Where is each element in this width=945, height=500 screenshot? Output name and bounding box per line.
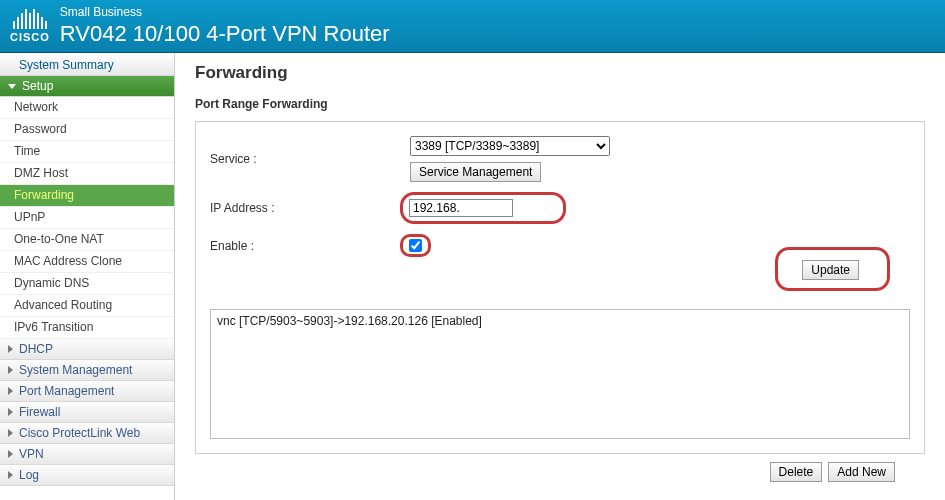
sidebar-item-dhcp[interactable]: DHCP: [0, 339, 174, 360]
sidebar-sub-one-to-one-nat[interactable]: One-to-One NAT: [0, 229, 174, 251]
service-select[interactable]: 3389 [TCP/3389~3389]: [410, 136, 610, 156]
service-row: Service : 3389 [TCP/3389~3389] Service M…: [210, 136, 910, 182]
ip-address-input[interactable]: [409, 199, 513, 217]
sidebar-sub-network[interactable]: Network: [0, 97, 174, 119]
sidebar-item-setup[interactable]: Setup: [0, 76, 174, 97]
chevron-right-icon: [8, 366, 13, 374]
sidebar: System Summary Setup Network Password Ti…: [0, 53, 175, 500]
model-title: RV042 10/100 4-Port VPN Router: [60, 21, 390, 47]
sidebar-item-log[interactable]: Log: [0, 465, 174, 486]
ip-highlight-box: [400, 192, 566, 224]
sidebar-item-cisco-protectlink-web[interactable]: Cisco ProtectLink Web: [0, 423, 174, 444]
sidebar-sub-ipv6-transition[interactable]: IPv6 Transition: [0, 317, 174, 339]
sidebar-sub-mac-address-clone[interactable]: MAC Address Clone: [0, 251, 174, 273]
sidebar-sub-advanced-routing[interactable]: Advanced Routing: [0, 295, 174, 317]
enable-checkbox[interactable]: [409, 239, 422, 252]
header-titles: Small Business RV042 10/100 4-Port VPN R…: [60, 5, 390, 47]
cisco-logo: CISCO: [10, 9, 50, 43]
sidebar-sub-upnp[interactable]: UPnP: [0, 207, 174, 229]
update-highlight-box: Update: [775, 247, 890, 291]
delete-button[interactable]: Delete: [770, 462, 823, 482]
content-area: Forwarding Port Range Forwarding Service…: [175, 53, 945, 500]
chevron-right-icon: [8, 471, 13, 479]
sidebar-item-label: Setup: [22, 79, 53, 93]
enable-label: Enable :: [210, 239, 410, 253]
header: CISCO Small Business RV042 10/100 4-Port…: [0, 0, 945, 53]
sidebar-item-label: DHCP: [19, 342, 53, 356]
sidebar-item-label: VPN: [19, 447, 44, 461]
sidebar-sub-dynamic-dns[interactable]: Dynamic DNS: [0, 273, 174, 295]
sidebar-item-vpn[interactable]: VPN: [0, 444, 174, 465]
page-title: Forwarding: [195, 63, 925, 83]
sidebar-sub-dmz-host[interactable]: DMZ Host: [0, 163, 174, 185]
sidebar-item-label: System Summary: [19, 58, 114, 72]
bottom-actions: Delete Add New: [195, 462, 925, 482]
forwarding-list[interactable]: vnc [TCP/5903~5903]->192.168.20.126 [Ena…: [210, 309, 910, 439]
chevron-right-icon: [8, 387, 13, 395]
sidebar-sub-time[interactable]: Time: [0, 141, 174, 163]
chevron-right-icon: [8, 450, 13, 458]
chevron-right-icon: [8, 345, 13, 353]
sidebar-item-label: Port Management: [19, 384, 114, 398]
service-label: Service :: [210, 152, 410, 166]
sidebar-item-label: Log: [19, 468, 39, 482]
sidebar-sub-password[interactable]: Password: [0, 119, 174, 141]
sidebar-sub-forwarding[interactable]: Forwarding: [0, 185, 174, 207]
sidebar-item-label: Cisco ProtectLink Web: [19, 426, 140, 440]
section-title: Port Range Forwarding: [195, 97, 925, 111]
sidebar-item-system-management[interactable]: System Management: [0, 360, 174, 381]
sidebar-item-label: Firewall: [19, 405, 60, 419]
ip-row: IP Address :: [210, 192, 910, 224]
update-button[interactable]: Update: [802, 260, 859, 280]
small-business-label: Small Business: [60, 5, 390, 19]
add-new-button[interactable]: Add New: [828, 462, 895, 482]
service-management-button[interactable]: Service Management: [410, 162, 541, 182]
sidebar-item-system-summary[interactable]: System Summary: [0, 55, 174, 76]
chevron-down-icon: [8, 84, 16, 89]
ip-label: IP Address :: [210, 201, 410, 215]
chevron-right-icon: [8, 408, 13, 416]
sidebar-item-label: System Management: [19, 363, 132, 377]
sidebar-item-firewall[interactable]: Firewall: [0, 402, 174, 423]
sidebar-item-port-management[interactable]: Port Management: [0, 381, 174, 402]
enable-highlight-box: [400, 234, 431, 257]
brand-name: CISCO: [10, 31, 50, 43]
cisco-bars-icon: [13, 9, 47, 29]
list-item[interactable]: vnc [TCP/5903~5903]->192.168.20.126 [Ena…: [217, 314, 903, 328]
form-panel: Service : 3389 [TCP/3389~3389] Service M…: [195, 121, 925, 454]
chevron-right-icon: [8, 429, 13, 437]
